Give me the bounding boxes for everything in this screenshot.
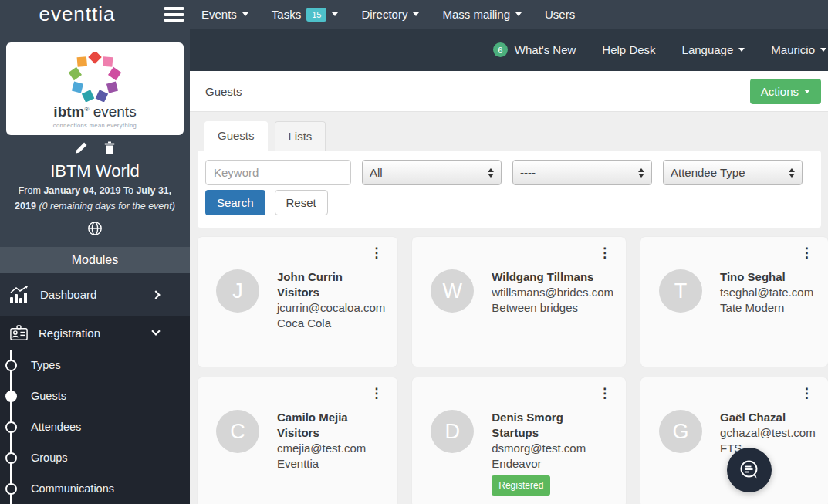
content-area: Guests Lists All ---- Attendee Type xyxy=(190,112,828,504)
caret-down-icon xyxy=(242,12,248,16)
event-actions xyxy=(0,141,190,154)
chat-bubble-icon xyxy=(738,458,761,482)
caret-down-icon xyxy=(738,48,745,52)
nav-item-users[interactable]: Users xyxy=(533,0,586,29)
registration-sub-menu: Types Guests Attendees Groups Communicat… xyxy=(0,350,190,504)
guest-name: Tino Seghal xyxy=(720,269,813,285)
tasks-count-badge: 15 xyxy=(306,8,326,22)
sidebar-item-types[interactable]: Types xyxy=(0,350,190,381)
ibtm-tagline: connections mean everything xyxy=(53,122,137,129)
avatar: T xyxy=(659,269,702,313)
filters-row: All ---- Attendee Type xyxy=(205,160,813,185)
registration-section: Registration Types Guests Attendees xyxy=(0,316,190,504)
kebab-menu-icon[interactable]: ⋮ xyxy=(370,387,383,400)
kebab-menu-icon[interactable]: ⋮ xyxy=(800,387,813,400)
guest-type: Startups xyxy=(492,425,586,441)
top-navbar: eventtia Events Tasks 15 Directory Mass … xyxy=(0,0,828,29)
menu-dot-icon xyxy=(5,452,17,464)
sidebar: ibtm® events connections mean everything… xyxy=(0,29,190,504)
tabs: Guests Lists xyxy=(204,121,821,151)
keyword-input[interactable] xyxy=(205,160,351,185)
dashboard-chart-icon xyxy=(9,286,30,304)
delete-event-icon[interactable] xyxy=(103,141,116,154)
page-header: Guests Actions xyxy=(190,71,828,112)
sidebar-item-dashboard[interactable]: Dashboard xyxy=(0,273,190,316)
chat-support-button[interactable] xyxy=(727,448,772,492)
caret-down-icon xyxy=(515,12,522,16)
registration-badge-icon xyxy=(9,323,29,342)
guest-email: cmejia@test.com xyxy=(277,441,366,456)
guest-card: ⋮ D Denis Smorg Startups dsmorg@test.com… xyxy=(412,377,626,504)
nav-item-directory[interactable]: Directory xyxy=(350,0,431,29)
guest-company: Eventtia xyxy=(277,456,366,472)
caret-down-icon xyxy=(413,12,419,16)
tab-lists[interactable]: Lists xyxy=(275,121,326,151)
guest-name: Denis Smorg xyxy=(492,410,586,425)
select-arrows-icon xyxy=(488,168,494,178)
sidebar-item-guests[interactable]: Guests xyxy=(0,381,190,411)
event-name: IBTM World xyxy=(0,161,190,181)
form-actions: Search Reset xyxy=(205,190,813,215)
sidebar-item-attendees[interactable]: Attendees xyxy=(0,411,190,442)
language-dropdown[interactable]: Language xyxy=(682,43,745,56)
tab-guests[interactable]: Guests xyxy=(204,121,268,151)
kebab-menu-icon[interactable]: ⋮ xyxy=(598,387,611,400)
sidebar-item-communications[interactable]: Communications xyxy=(0,473,190,504)
guest-name: Wildgang Tillmans xyxy=(492,269,613,285)
sidebar-item-groups[interactable]: Groups xyxy=(0,442,190,473)
menu-dot-icon xyxy=(5,421,17,433)
event-website-row xyxy=(0,221,190,236)
avatar: C xyxy=(216,410,259,453)
modules-header: Modules xyxy=(0,247,190,273)
guest-email: jcurrin@cocaloa.com xyxy=(277,300,385,316)
menu-dot-icon xyxy=(5,360,17,371)
guest-type: Visitors xyxy=(277,425,366,441)
caret-down-icon xyxy=(820,48,826,52)
guest-name: Gaël Chazal xyxy=(720,410,816,425)
event-logo-card: ibtm® events connections mean everything xyxy=(6,42,184,135)
chevron-right-icon xyxy=(151,290,160,299)
whats-new-link[interactable]: 6 What's New xyxy=(493,42,576,57)
guest-email: gchazal@test.com xyxy=(720,425,816,441)
guest-email: wtillsmans@brides.com xyxy=(492,285,613,300)
search-panel: All ---- Attendee Type Search Reset xyxy=(198,151,821,228)
avatar: D xyxy=(431,410,474,453)
select-arrows-icon xyxy=(638,168,644,178)
actions-button[interactable]: Actions xyxy=(750,79,821,104)
guest-company: Between bridges xyxy=(492,300,613,316)
list-filter-select[interactable]: ---- xyxy=(512,160,652,185)
nav-item-mass-mailing[interactable]: Mass mailing xyxy=(431,0,533,29)
avatar: G xyxy=(659,410,702,453)
chevron-down-icon xyxy=(151,326,160,335)
guest-name: John Currin xyxy=(277,269,385,285)
guest-email: tseghal@tate.com xyxy=(720,285,813,300)
help-desk-link[interactable]: Help Desk xyxy=(602,43,655,56)
kebab-menu-icon[interactable]: ⋮ xyxy=(370,246,383,259)
guest-email: dsmorg@test.com xyxy=(492,441,586,456)
nav-item-tasks[interactable]: Tasks 15 xyxy=(260,0,350,29)
kebab-menu-icon[interactable]: ⋮ xyxy=(598,246,611,259)
user-menu[interactable]: Mauricio xyxy=(771,43,826,56)
search-button[interactable]: Search xyxy=(205,190,265,215)
ibtm-wordmark: ibtm® events xyxy=(53,103,136,120)
ibtm-diamond-ring-logo xyxy=(67,52,123,102)
avatar: J xyxy=(216,269,259,313)
caret-down-icon xyxy=(332,12,338,16)
guest-card: ⋮ W Wildgang Tillmans wtillsmans@brides.… xyxy=(412,237,626,367)
page-title: Guests xyxy=(205,85,242,98)
hamburger-menu-icon[interactable] xyxy=(164,5,184,25)
event-date-range: From January 04, 2019 To July 31, 2019 (… xyxy=(0,184,190,214)
guest-type: Visitors xyxy=(277,285,385,300)
edit-event-icon[interactable] xyxy=(75,141,88,154)
event-filter-select[interactable]: All xyxy=(362,160,502,185)
kebab-menu-icon[interactable]: ⋮ xyxy=(800,246,813,259)
guest-company: Tate Modern xyxy=(720,300,813,316)
main-nav: Events Tasks 15 Directory Mass mailing U… xyxy=(190,0,586,29)
nav-item-events[interactable]: Events xyxy=(190,0,260,29)
attendee-type-select[interactable]: Attendee Type xyxy=(663,160,803,185)
menu-dot-icon xyxy=(5,483,17,495)
globe-icon[interactable] xyxy=(87,221,103,236)
reset-button[interactable]: Reset xyxy=(275,190,328,215)
whats-new-count-badge: 6 xyxy=(493,42,508,57)
sidebar-item-registration[interactable]: Registration xyxy=(0,316,190,350)
